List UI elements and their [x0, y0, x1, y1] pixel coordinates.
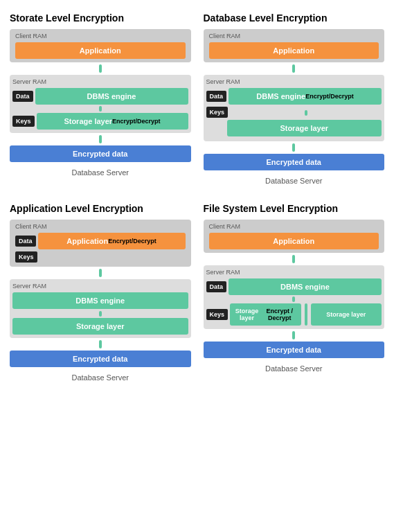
client-ram-label-1: Client RAM	[15, 33, 47, 39]
storage-box-3: Storage layer	[12, 318, 188, 335]
keys-badge-3: Keys	[15, 251, 37, 263]
server-ram-section-4: Server RAM Data DBMS engine Keys Storage…	[204, 265, 385, 329]
application-level-diagram: Application Level Encryption Client RAM …	[7, 197, 194, 387]
encrypted-data-box-4: Encrypted data	[204, 342, 385, 358]
connector-1c	[10, 135, 191, 143]
connector-1b	[12, 106, 188, 112]
application-box-4: Application	[209, 233, 379, 249]
application-box-2: Application	[209, 42, 379, 59]
dbms-box-4: DBMS engine	[229, 278, 382, 295]
application-box-1: Application	[15, 42, 186, 59]
application-box-3: Application Encrypt/Decrypt	[38, 233, 186, 249]
storage-level-title: Storate Level Encryption	[10, 12, 124, 24]
database-level-title: Database Level Encryption	[204, 12, 328, 24]
connector-1a	[10, 64, 191, 73]
data-badge-1: Data	[12, 91, 33, 102]
dbms-box-2: DBMS engine Encrypt/Decrypt	[229, 88, 382, 105]
client-ram-section-2: Client RAM Application	[204, 29, 385, 62]
dbms-box-3: DBMS engine	[12, 292, 188, 309]
filesystem-level-diagram: File System Level Encryption Client RAM …	[201, 197, 388, 387]
storage-level-wrapper: Client RAM Application Server RAM Data D…	[10, 29, 191, 177]
server-ram-section-1: Server RAM Data DBMS engine Keys Storage…	[10, 75, 191, 133]
server-ram-section-2: Server RAM Data DBMS engine Encrypt/Decr…	[204, 75, 385, 141]
encrypted-data-box-1: Encrypted data	[10, 145, 191, 162]
dbms-box-1: DBMS engine	[35, 88, 188, 105]
client-ram-label-3: Client RAM	[15, 223, 186, 230]
db-server-label-4: Database Server	[204, 364, 385, 373]
connector-2b	[204, 143, 385, 152]
filesystem-level-title: File System Level Encryption	[204, 203, 339, 214]
keys-storage-row-1: Keys Storage layer Encrypt/Decrypt	[12, 113, 188, 130]
client-ram-section-3: Client RAM Data Application Encrypt/Decr…	[10, 220, 191, 267]
storage-box-1: Storage layer Encrypt/Decrypt	[37, 113, 188, 130]
data-row-3: Data Application Encrypt/Decrypt	[15, 233, 186, 249]
server-ram-label-4: Server RAM	[206, 269, 382, 276]
encrypted-data-box-2: Encrypted data	[204, 154, 385, 170]
data-dbms-row-1: Data DBMS engine	[12, 88, 188, 105]
data-badge-3: Data	[15, 236, 36, 247]
client-ram-label-2: Client RAM	[209, 33, 241, 39]
connector-3b	[10, 340, 191, 348]
database-level-wrapper: Client RAM Application Server RAM Data D…	[204, 29, 385, 185]
database-level-diagram: Database Level Encryption Client RAM App…	[201, 7, 388, 190]
storage-level-diagram: Storate Level Encryption Client RAM Appl…	[7, 7, 194, 190]
db-server-label-2: Database Server	[204, 177, 385, 185]
client-ram-section-4: Client RAM Application	[204, 220, 385, 253]
db-server-label-3: Database Server	[10, 373, 191, 382]
keys-storage-row-4: Keys Storage layer Encrypt / Decrypt Sto…	[206, 303, 382, 326]
connector-2a	[204, 64, 385, 73]
client-ram-label-4: Client RAM	[209, 223, 379, 230]
db-server-label-1: Database Server	[10, 168, 191, 177]
storage-box-2: Storage layer	[227, 120, 382, 136]
data-badge-4: Data	[206, 281, 227, 292]
connector-3a	[10, 269, 191, 277]
keys-row-3: Keys	[15, 251, 186, 263]
keys-row-2: Keys	[206, 107, 382, 118]
data-dbms-row-4: Data DBMS engine	[206, 278, 382, 295]
data-row-2: Data DBMS engine Encrypt/Decrypt	[206, 88, 382, 105]
data-badge-2: Data	[206, 91, 227, 102]
keys-badge-4: Keys	[206, 309, 229, 320]
connector-4b	[204, 331, 385, 339]
storage-layer2-box-4: Storage layer	[311, 303, 382, 326]
application-level-title: Application Level Encryption	[10, 203, 143, 214]
client-ram-section-1: Client RAM Application	[10, 29, 191, 62]
storage-layer1-box-4: Storage layer Encrypt / Decrypt	[230, 303, 301, 326]
server-ram-label-2: Server RAM	[206, 78, 382, 85]
server-ram-label-1: Server RAM	[12, 78, 188, 85]
connector-v-1a	[99, 64, 102, 73]
connector-4a	[204, 255, 385, 263]
filesystem-level-wrapper: Client RAM Application Server RAM Data D…	[204, 220, 385, 373]
application-level-wrapper: Client RAM Data Application Encrypt/Decr…	[10, 220, 191, 382]
encrypted-data-box-3: Encrypted data	[10, 351, 191, 367]
server-ram-section-3: Server RAM DBMS engine Storage layer	[10, 279, 191, 338]
server-ram-label-3: Server RAM	[12, 283, 188, 290]
keys-badge-1: Keys	[12, 116, 35, 127]
keys-badge-2: Keys	[206, 107, 229, 118]
